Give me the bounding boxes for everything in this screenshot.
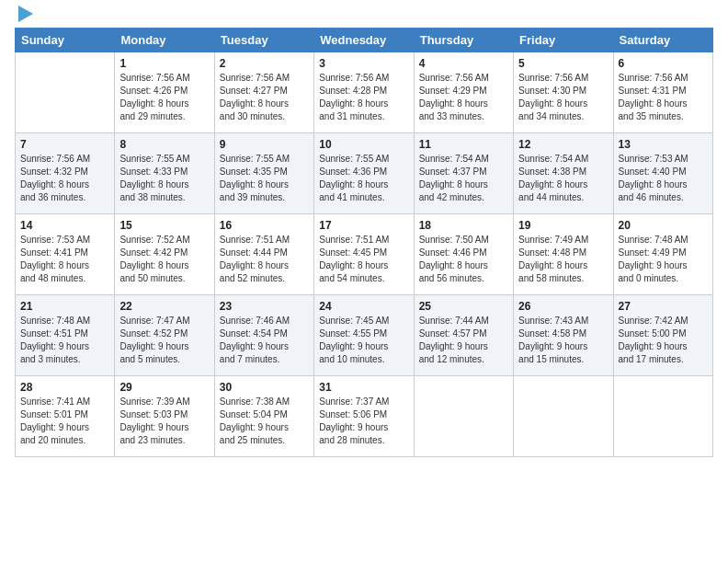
- cell-content: Sunrise: 7:55 AM Sunset: 4:33 PM Dayligh…: [119, 153, 209, 204]
- logo-arrow-icon: [18, 6, 33, 22]
- cell-content: Sunrise: 7:51 AM Sunset: 4:45 PM Dayligh…: [319, 234, 408, 285]
- cell-content: Sunrise: 7:42 AM Sunset: 5:00 PM Dayligh…: [619, 315, 708, 366]
- calendar-cell: 10Sunrise: 7:55 AM Sunset: 4:36 PM Dayli…: [314, 133, 414, 214]
- week-row: 7Sunrise: 7:56 AM Sunset: 4:32 PM Daylig…: [16, 133, 713, 214]
- calendar-cell: 23Sunrise: 7:46 AM Sunset: 4:54 PM Dayli…: [214, 295, 313, 376]
- week-row: 21Sunrise: 7:48 AM Sunset: 4:51 PM Dayli…: [16, 295, 713, 376]
- date-number: 3: [319, 56, 408, 71]
- day-header-wednesday: Wednesday: [314, 29, 414, 52]
- cell-content: Sunrise: 7:48 AM Sunset: 4:51 PM Dayligh…: [20, 315, 109, 366]
- calendar-table: SundayMondayTuesdayWednesdayThursdayFrid…: [15, 28, 713, 457]
- date-number: 5: [518, 56, 608, 71]
- week-row: 1Sunrise: 7:56 AM Sunset: 4:26 PM Daylig…: [16, 52, 713, 133]
- calendar-cell: 2Sunrise: 7:56 AM Sunset: 4:27 PM Daylig…: [214, 52, 313, 133]
- calendar-cell: 8Sunrise: 7:55 AM Sunset: 4:33 PM Daylig…: [115, 133, 214, 214]
- calendar-cell: 6Sunrise: 7:56 AM Sunset: 4:31 PM Daylig…: [613, 52, 712, 133]
- cell-content: Sunrise: 7:37 AM Sunset: 5:06 PM Dayligh…: [319, 396, 408, 447]
- day-header-monday: Monday: [115, 29, 214, 52]
- calendar-cell: 17Sunrise: 7:51 AM Sunset: 4:45 PM Dayli…: [314, 214, 414, 295]
- week-row: 28Sunrise: 7:41 AM Sunset: 5:01 PM Dayli…: [16, 376, 713, 457]
- calendar-cell: 9Sunrise: 7:55 AM Sunset: 4:35 PM Daylig…: [214, 133, 313, 214]
- cell-content: Sunrise: 7:38 AM Sunset: 5:04 PM Dayligh…: [220, 396, 309, 447]
- calendar-cell: [414, 376, 513, 457]
- cell-content: Sunrise: 7:56 AM Sunset: 4:32 PM Dayligh…: [20, 153, 109, 204]
- cell-content: Sunrise: 7:39 AM Sunset: 5:03 PM Dayligh…: [119, 396, 209, 447]
- header: [15, 9, 713, 22]
- calendar-cell: 15Sunrise: 7:52 AM Sunset: 4:42 PM Dayli…: [115, 214, 214, 295]
- date-number: 10: [319, 137, 408, 152]
- cell-content: Sunrise: 7:44 AM Sunset: 4:57 PM Dayligh…: [419, 315, 508, 366]
- calendar-cell: [16, 52, 115, 133]
- date-number: 28: [20, 380, 109, 395]
- calendar-cell: [613, 376, 712, 457]
- cell-content: Sunrise: 7:54 AM Sunset: 4:38 PM Dayligh…: [518, 153, 608, 204]
- date-number: 6: [619, 56, 708, 71]
- cell-content: Sunrise: 7:56 AM Sunset: 4:30 PM Dayligh…: [518, 72, 608, 123]
- cell-content: Sunrise: 7:41 AM Sunset: 5:01 PM Dayligh…: [20, 396, 109, 447]
- cell-content: Sunrise: 7:49 AM Sunset: 4:48 PM Dayligh…: [518, 234, 608, 285]
- calendar-cell: 13Sunrise: 7:53 AM Sunset: 4:40 PM Dayli…: [613, 133, 712, 214]
- date-number: 2: [220, 56, 309, 71]
- calendar-cell: 7Sunrise: 7:56 AM Sunset: 4:32 PM Daylig…: [16, 133, 115, 214]
- date-number: 26: [518, 299, 608, 314]
- date-number: 20: [619, 218, 708, 233]
- cell-content: Sunrise: 7:55 AM Sunset: 4:36 PM Dayligh…: [319, 153, 408, 204]
- cell-content: Sunrise: 7:52 AM Sunset: 4:42 PM Dayligh…: [119, 234, 209, 285]
- calendar-cell: 20Sunrise: 7:48 AM Sunset: 4:49 PM Dayli…: [613, 214, 712, 295]
- cell-content: Sunrise: 7:51 AM Sunset: 4:44 PM Dayligh…: [220, 234, 309, 285]
- cell-content: Sunrise: 7:56 AM Sunset: 4:28 PM Dayligh…: [319, 72, 408, 123]
- cell-content: Sunrise: 7:56 AM Sunset: 4:29 PM Dayligh…: [419, 72, 508, 123]
- day-header-thursday: Thursday: [414, 29, 513, 52]
- cell-content: Sunrise: 7:45 AM Sunset: 4:55 PM Dayligh…: [319, 315, 408, 366]
- calendar-cell: 24Sunrise: 7:45 AM Sunset: 4:55 PM Dayli…: [314, 295, 414, 376]
- date-number: 16: [220, 218, 309, 233]
- header-row: SundayMondayTuesdayWednesdayThursdayFrid…: [16, 29, 713, 52]
- date-number: 8: [119, 137, 209, 152]
- date-number: 29: [119, 380, 209, 395]
- calendar-cell: 18Sunrise: 7:50 AM Sunset: 4:46 PM Dayli…: [414, 214, 513, 295]
- calendar-cell: 11Sunrise: 7:54 AM Sunset: 4:37 PM Dayli…: [414, 133, 513, 214]
- date-number: 19: [518, 218, 608, 233]
- calendar-cell: 27Sunrise: 7:42 AM Sunset: 5:00 PM Dayli…: [613, 295, 712, 376]
- date-number: 27: [619, 299, 708, 314]
- calendar-cell: 14Sunrise: 7:53 AM Sunset: 4:41 PM Dayli…: [16, 214, 115, 295]
- cell-content: Sunrise: 7:56 AM Sunset: 4:26 PM Dayligh…: [119, 72, 209, 123]
- week-row: 14Sunrise: 7:53 AM Sunset: 4:41 PM Dayli…: [16, 214, 713, 295]
- date-number: 12: [518, 137, 608, 152]
- calendar-cell: 21Sunrise: 7:48 AM Sunset: 4:51 PM Dayli…: [16, 295, 115, 376]
- calendar-cell: [514, 376, 613, 457]
- calendar-cell: 31Sunrise: 7:37 AM Sunset: 5:06 PM Dayli…: [314, 376, 414, 457]
- day-header-tuesday: Tuesday: [214, 29, 313, 52]
- calendar-cell: 16Sunrise: 7:51 AM Sunset: 4:44 PM Dayli…: [214, 214, 313, 295]
- day-header-sunday: Sunday: [16, 29, 115, 52]
- date-number: 14: [20, 218, 109, 233]
- cell-content: Sunrise: 7:50 AM Sunset: 4:46 PM Dayligh…: [419, 234, 508, 285]
- date-number: 31: [319, 380, 408, 395]
- date-number: 7: [20, 137, 109, 152]
- day-header-friday: Friday: [514, 29, 613, 52]
- date-number: 13: [619, 137, 708, 152]
- calendar-cell: 4Sunrise: 7:56 AM Sunset: 4:29 PM Daylig…: [414, 52, 513, 133]
- date-number: 4: [419, 56, 508, 71]
- calendar-cell: 22Sunrise: 7:47 AM Sunset: 4:52 PM Dayli…: [115, 295, 214, 376]
- date-number: 23: [220, 299, 309, 314]
- cell-content: Sunrise: 7:53 AM Sunset: 4:40 PM Dayligh…: [619, 153, 708, 204]
- date-number: 1: [119, 56, 209, 71]
- date-number: 25: [419, 299, 508, 314]
- calendar-cell: 28Sunrise: 7:41 AM Sunset: 5:01 PM Dayli…: [16, 376, 115, 457]
- date-number: 30: [220, 380, 309, 395]
- date-number: 15: [119, 218, 209, 233]
- cell-content: Sunrise: 7:54 AM Sunset: 4:37 PM Dayligh…: [419, 153, 508, 204]
- cell-content: Sunrise: 7:53 AM Sunset: 4:41 PM Dayligh…: [20, 234, 109, 285]
- calendar-cell: 29Sunrise: 7:39 AM Sunset: 5:03 PM Dayli…: [115, 376, 214, 457]
- calendar-cell: 12Sunrise: 7:54 AM Sunset: 4:38 PM Dayli…: [514, 133, 613, 214]
- calendar-cell: 25Sunrise: 7:44 AM Sunset: 4:57 PM Dayli…: [414, 295, 513, 376]
- day-header-saturday: Saturday: [613, 29, 712, 52]
- cell-content: Sunrise: 7:55 AM Sunset: 4:35 PM Dayligh…: [220, 153, 309, 204]
- cell-content: Sunrise: 7:56 AM Sunset: 4:31 PM Dayligh…: [619, 72, 708, 123]
- logo: [15, 9, 33, 22]
- date-number: 11: [419, 137, 508, 152]
- calendar-cell: 19Sunrise: 7:49 AM Sunset: 4:48 PM Dayli…: [514, 214, 613, 295]
- date-number: 21: [20, 299, 109, 314]
- date-number: 22: [119, 299, 209, 314]
